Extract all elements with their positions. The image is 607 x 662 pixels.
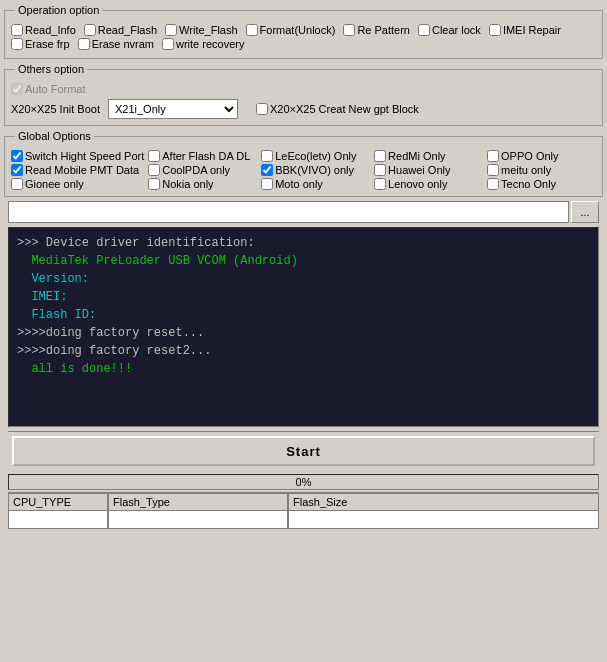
bbk-vivo-only-checkbox[interactable] [261, 164, 273, 176]
write-flash-label: Write_Flash [179, 24, 237, 36]
console-line: Version: [17, 270, 590, 288]
format-unlock-label: Format(Unlock) [260, 24, 336, 36]
global-options-label: Global Options [15, 130, 94, 142]
init-boot-label: X20×X25 Init Boot [11, 103, 100, 115]
re-pattern-checkbox[interactable] [343, 24, 355, 36]
switch-hight-speed-checkbox-item[interactable]: Switch Hight Speed Port [11, 150, 144, 162]
moto-only-checkbox[interactable] [261, 178, 273, 190]
lenovo-only-label: Lenovo only [388, 178, 447, 190]
gionee-only-label: Gionee only [25, 178, 84, 190]
moto-only-checkbox-item[interactable]: Moto only [261, 178, 370, 190]
coolpda-only-label: CoolPDA only [162, 164, 230, 176]
oppo-only-checkbox-item[interactable]: OPPO Only [487, 150, 596, 162]
start-button[interactable]: Start [12, 436, 595, 466]
leeco-only-checkbox-item[interactable]: LeEco(letv) Only [261, 150, 370, 162]
start-button-container: Start [8, 431, 599, 470]
creat-gpt-label: X20×X25 Creat New gpt Block [270, 103, 419, 115]
tecno-only-checkbox[interactable] [487, 178, 499, 190]
re-pattern-label: Re Pattern [357, 24, 410, 36]
leeco-only-checkbox[interactable] [261, 150, 273, 162]
tecno-only-label: Tecno Only [501, 178, 556, 190]
erase-nvram-label: Erase nvram [92, 38, 154, 50]
huawei-only-checkbox[interactable] [374, 164, 386, 176]
cpu-type-header: CPU_TYPE [8, 493, 108, 511]
switch-hight-speed-checkbox[interactable] [11, 150, 23, 162]
flash-type-header: Flash_Type [108, 493, 288, 511]
browse-button[interactable]: ... [571, 201, 599, 223]
lenovo-only-checkbox-item[interactable]: Lenovo only [374, 178, 483, 190]
meitu-only-checkbox-item[interactable]: meitu only [487, 164, 596, 176]
after-flash-da-dl-checkbox-item[interactable]: After Flash DA DL [148, 150, 257, 162]
imei-repair-checkbox-item[interactable]: IMEI Repair [489, 24, 561, 36]
erase-frp-checkbox-item[interactable]: Erase frp [11, 38, 70, 50]
erase-frp-checkbox[interactable] [11, 38, 23, 50]
console-line: Flash ID: [17, 306, 590, 324]
progress-text: 0% [296, 476, 312, 488]
command-input[interactable] [8, 201, 569, 223]
erase-frp-label: Erase frp [25, 38, 70, 50]
global-options-grid: Switch Hight Speed Port After Flash DA D… [11, 150, 596, 190]
switch-hight-speed-label: Switch Hight Speed Port [25, 150, 144, 162]
after-flash-da-dl-label: After Flash DA DL [162, 150, 250, 162]
console-output: >>> Device driver identification: MediaT… [8, 227, 599, 427]
redmi-only-checkbox-item[interactable]: RedMi Only [374, 150, 483, 162]
creat-gpt-checkbox-item[interactable]: X20×X25 Creat New gpt Block [256, 103, 419, 115]
imei-repair-checkbox[interactable] [489, 24, 501, 36]
flash-size-value [288, 511, 599, 529]
others-option-label: Others option [15, 63, 87, 75]
meitu-only-checkbox[interactable] [487, 164, 499, 176]
clear-lock-checkbox[interactable] [418, 24, 430, 36]
nokia-only-checkbox[interactable] [148, 178, 160, 190]
auto-format-row: Auto Format [11, 83, 596, 95]
imei-repair-label: IMEI Repair [503, 24, 561, 36]
init-boot-select[interactable]: X21i_Only X20_Only X25_Only [108, 99, 238, 119]
meitu-only-label: meitu only [501, 164, 551, 176]
lenovo-only-checkbox[interactable] [374, 178, 386, 190]
clear-lock-checkbox-item[interactable]: Clear lock [418, 24, 481, 36]
format-unlock-checkbox[interactable] [246, 24, 258, 36]
nokia-only-label: Nokia only [162, 178, 213, 190]
format-unlock-checkbox-item[interactable]: Format(Unlock) [246, 24, 336, 36]
read-info-checkbox-item[interactable]: Read_Info [11, 24, 76, 36]
erase-nvram-checkbox-item[interactable]: Erase nvram [78, 38, 154, 50]
after-flash-da-dl-checkbox[interactable] [148, 150, 160, 162]
operation-option-label: Operation option [15, 4, 102, 16]
write-recovery-checkbox[interactable] [162, 38, 174, 50]
redmi-only-checkbox[interactable] [374, 150, 386, 162]
operation-checkboxes-row1: Read_Info Read_Flash Write_Flash Format(… [11, 24, 596, 36]
creat-gpt-checkbox[interactable] [256, 103, 268, 115]
console-line: MediaTek PreLoader USB VCOM (Android) [17, 252, 590, 270]
flash-size-header: Flash_Size [288, 493, 599, 511]
console-line: all is done!!! [17, 360, 590, 378]
gionee-only-checkbox[interactable] [11, 178, 23, 190]
oppo-only-checkbox[interactable] [487, 150, 499, 162]
auto-format-label: Auto Format [25, 83, 86, 95]
console-line: >>>>doing factory reset2... [17, 342, 590, 360]
read-mobile-pmt-label: Read Mobile PMT Data [25, 164, 139, 176]
bbk-vivo-only-label: BBK(VIVO) only [275, 164, 354, 176]
coolpda-only-checkbox-item[interactable]: CoolPDA only [148, 164, 257, 176]
oppo-only-label: OPPO Only [501, 150, 558, 162]
erase-nvram-checkbox[interactable] [78, 38, 90, 50]
flash-type-value [108, 511, 288, 529]
status-bar-values [8, 511, 599, 529]
gionee-only-checkbox-item[interactable]: Gionee only [11, 178, 144, 190]
re-pattern-checkbox-item[interactable]: Re Pattern [343, 24, 410, 36]
operation-option-group: Operation option Read_Info Read_Flash Wr… [4, 4, 603, 59]
nokia-only-checkbox-item[interactable]: Nokia only [148, 178, 257, 190]
init-boot-row: X20×X25 Init Boot X21i_Only X20_Only X25… [11, 99, 596, 119]
write-recovery-checkbox-item[interactable]: write recovery [162, 38, 244, 50]
write-flash-checkbox[interactable] [165, 24, 177, 36]
read-flash-checkbox-item[interactable]: Read_Flash [84, 24, 157, 36]
write-flash-checkbox-item[interactable]: Write_Flash [165, 24, 237, 36]
read-flash-checkbox[interactable] [84, 24, 96, 36]
init-boot-select-wrapper: X21i_Only X20_Only X25_Only [108, 99, 238, 119]
read-info-checkbox[interactable] [11, 24, 23, 36]
read-mobile-pmt-checkbox[interactable] [11, 164, 23, 176]
huawei-only-checkbox-item[interactable]: Huawei Only [374, 164, 483, 176]
bbk-vivo-only-checkbox-item[interactable]: BBK(VIVO) only [261, 164, 370, 176]
console-line: >>> Device driver identification: [17, 234, 590, 252]
tecno-only-checkbox-item[interactable]: Tecno Only [487, 178, 596, 190]
read-mobile-pmt-checkbox-item[interactable]: Read Mobile PMT Data [11, 164, 144, 176]
coolpda-only-checkbox[interactable] [148, 164, 160, 176]
